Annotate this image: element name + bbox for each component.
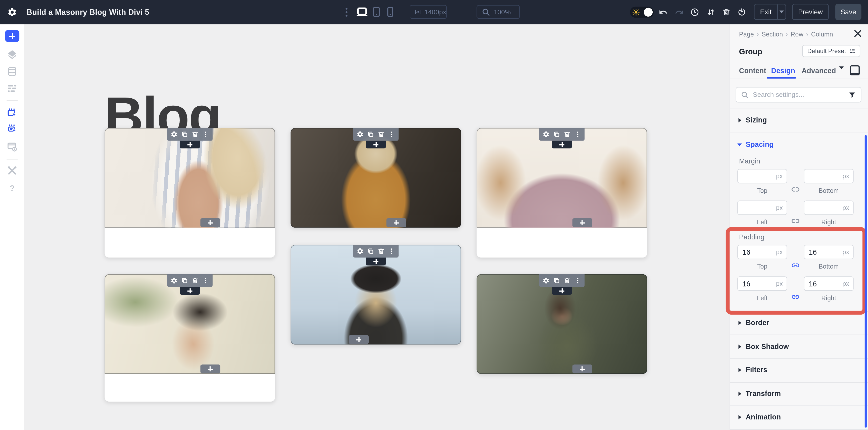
help-icon[interactable]: ? — [0, 183, 24, 193]
blog-card-image[interactable] — [477, 274, 647, 374]
search-settings-input[interactable] — [752, 90, 848, 99]
module-duplicate-icon[interactable] — [181, 277, 188, 284]
breadcrumb-item-section[interactable]: Section — [762, 31, 783, 37]
section-border[interactable]: Border — [730, 311, 868, 335]
module-settings-icon[interactable] — [356, 248, 364, 255]
unlink-icon[interactable] — [791, 217, 800, 225]
module-options-icon[interactable] — [574, 131, 581, 138]
module-delete-icon[interactable] — [191, 277, 199, 284]
exit-dropdown[interactable] — [778, 10, 785, 13]
add-module-below-button[interactable] — [200, 364, 220, 373]
add-module-above-button[interactable] — [552, 141, 572, 149]
margin-right-field[interactable]: px — [804, 200, 854, 215]
section-transform[interactable]: Transform — [730, 382, 868, 405]
drag-handle-dots-icon[interactable] — [344, 7, 349, 17]
padding-left-field[interactable]: px — [737, 276, 787, 291]
module-duplicate-icon[interactable] — [181, 131, 188, 138]
redo-icon[interactable] — [675, 8, 684, 17]
module-options-icon[interactable] — [574, 277, 581, 284]
section-spacing[interactable]: Spacing — [730, 133, 868, 156]
module-options-icon[interactable] — [202, 131, 209, 138]
click-mode-icon[interactable] — [6, 107, 18, 118]
padding-top-field[interactable]: px — [737, 245, 787, 259]
default-preset-button[interactable]: Default Preset — [802, 45, 861, 57]
padding-right-field[interactable]: px — [804, 276, 854, 291]
phone-view-icon[interactable] — [387, 6, 394, 17]
module-settings-icon[interactable] — [170, 277, 178, 284]
add-module-below-button[interactable] — [349, 335, 369, 344]
desktop-view-icon[interactable] — [356, 6, 368, 17]
blog-card-image[interactable] — [104, 274, 275, 374]
module-settings-icon[interactable] — [170, 131, 178, 138]
section-animation[interactable]: Animation — [730, 405, 868, 429]
settings-search[interactable] — [736, 87, 862, 103]
add-module-below-button[interactable] — [386, 218, 406, 227]
breadcrumb-item-row[interactable]: Row — [790, 31, 803, 37]
trash-icon[interactable] — [722, 8, 731, 17]
module-settings-icon[interactable] — [542, 131, 550, 138]
close-icon[interactable] — [854, 29, 862, 38]
tab-content[interactable]: Content — [739, 66, 766, 75]
add-module-above-button[interactable] — [552, 287, 572, 295]
exit-button[interactable]: Exit — [754, 4, 786, 20]
margin-left-field[interactable]: px — [737, 200, 787, 215]
light-dark-mode-toggle[interactable] — [630, 6, 654, 18]
module-duplicate-icon[interactable] — [553, 277, 560, 284]
preview-button[interactable]: Preview — [792, 4, 829, 20]
breadcrumb-item-column[interactable]: Column — [811, 31, 833, 37]
module-settings-icon[interactable] — [356, 131, 364, 138]
breadcrumb-item-page[interactable]: Page — [739, 31, 754, 37]
add-module-above-button[interactable] — [180, 287, 200, 295]
save-button[interactable]: Save — [835, 4, 862, 20]
panel-scrollbar[interactable] — [865, 135, 867, 428]
portability-icon[interactable] — [737, 8, 746, 17]
module-delete-icon[interactable] — [563, 131, 571, 138]
link-icon[interactable] — [791, 292, 800, 301]
blog-card-image[interactable] — [290, 245, 461, 345]
link-icon[interactable] — [791, 261, 800, 270]
canvas-width-input[interactable]: 1400px — [410, 5, 447, 19]
module-duplicate-icon[interactable] — [553, 131, 560, 138]
desktop-breakpoint-icon[interactable] — [850, 65, 860, 76]
module-delete-icon[interactable] — [377, 248, 385, 255]
margin-bottom-field[interactable]: px — [804, 169, 854, 183]
add-module-below-button[interactable] — [572, 218, 592, 227]
module-duplicate-icon[interactable] — [367, 131, 374, 138]
blog-card-image[interactable] — [477, 128, 647, 228]
undo-icon[interactable] — [659, 8, 668, 17]
hover-mode-icon[interactable] — [6, 123, 18, 135]
margin-top-field[interactable]: px — [737, 169, 787, 183]
module-duplicate-icon[interactable] — [367, 248, 374, 255]
history-icon[interactable] — [690, 8, 699, 17]
module-settings-icon[interactable] — [542, 277, 550, 284]
module-options-icon[interactable] — [388, 248, 395, 255]
tab-advanced[interactable]: Advanced — [802, 66, 836, 75]
database-icon[interactable] — [6, 66, 18, 77]
add-module-above-button[interactable] — [366, 258, 386, 265]
module-options-icon[interactable] — [202, 277, 209, 284]
module-delete-icon[interactable] — [191, 131, 199, 138]
section-filters[interactable]: Filters — [730, 358, 868, 382]
add-module-below-button[interactable] — [572, 364, 592, 373]
padding-bottom-field[interactable]: px — [804, 245, 854, 259]
unlink-icon[interactable] — [791, 185, 800, 194]
canvas-zoom-input[interactable]: 100% — [477, 5, 520, 19]
tabs-more-dropdown[interactable] — [839, 69, 844, 79]
section-box-shadow[interactable]: Box Shadow — [730, 335, 868, 358]
add-module-above-button[interactable] — [366, 141, 386, 149]
add-module-below-button[interactable] — [200, 218, 220, 227]
module-options-icon[interactable] — [388, 131, 395, 138]
module-delete-icon[interactable] — [377, 131, 385, 138]
tablet-view-icon[interactable] — [372, 6, 380, 17]
blog-card-image[interactable] — [290, 128, 461, 228]
import-export-icon[interactable] — [706, 8, 715, 17]
section-sizing[interactable]: Sizing — [730, 109, 868, 132]
module-delete-icon[interactable] — [563, 277, 571, 284]
tools-icon[interactable] — [6, 165, 18, 176]
add-element-button[interactable] — [5, 30, 19, 42]
wireframe-view-icon[interactable] — [6, 83, 18, 93]
builder-canvas[interactable]: Blog — [24, 24, 730, 430]
add-module-above-button[interactable] — [180, 141, 200, 149]
preview-mode-icon[interactable] — [6, 141, 18, 152]
filter-icon[interactable] — [849, 91, 856, 98]
